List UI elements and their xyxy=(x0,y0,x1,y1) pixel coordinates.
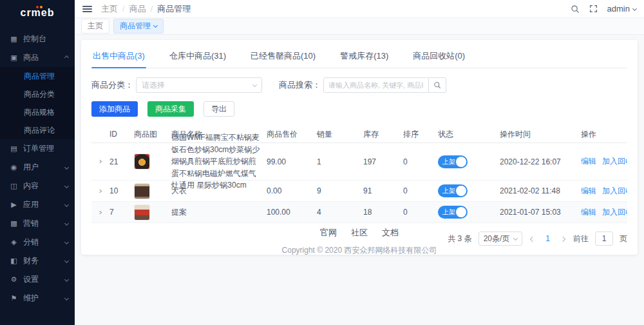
sidebar-item-label: 商品 xyxy=(23,52,39,63)
status-toggle[interactable]: 上架 xyxy=(438,155,468,168)
tab-in-warehouse[interactable]: 仓库中商品(31) xyxy=(168,48,227,68)
app-icon: ▶ xyxy=(9,201,19,209)
footer-link-official[interactable]: 官网 xyxy=(320,227,337,239)
chevron-down-icon xyxy=(64,277,69,282)
cell-name: 大衣 xyxy=(169,185,264,197)
tab-tag-home[interactable]: 主页 xyxy=(81,19,109,34)
sidebar-item-label: 商品管理 xyxy=(24,71,55,82)
chevron-down-icon xyxy=(64,296,69,300)
edit-link[interactable]: 编辑 xyxy=(581,156,596,167)
export-button[interactable]: 导出 xyxy=(204,101,234,117)
cell-sales: 9 xyxy=(314,186,361,195)
product-thumbnail[interactable] xyxy=(134,204,150,221)
chevron-down-icon xyxy=(64,202,69,207)
goods-status-tabs: 出售中商品(3) 仓库中商品(31) 已经售罄商品(10) 警戒库存(13) 商… xyxy=(91,48,627,68)
cell-sales: 4 xyxy=(314,208,361,217)
breadcrumb-home[interactable]: 主页 xyxy=(101,3,118,15)
toggle-knob xyxy=(456,157,466,167)
sidebar-item-settings[interactable]: ⚙ 设置 xyxy=(0,270,75,289)
sidebar-item-goods[interactable]: ▣ 商品 xyxy=(0,48,75,67)
sidebar-item-finance[interactable]: ◧ 财务 xyxy=(0,251,75,270)
sidebar-item-goods-manage[interactable]: 商品管理 xyxy=(0,67,75,85)
breadcrumb-separator: / xyxy=(122,4,125,14)
sidebar-item-marketing[interactable]: ▩ 营销 xyxy=(0,214,75,233)
cell-sales: 1 xyxy=(314,157,361,166)
header-actions: admin xyxy=(571,4,636,14)
search-icon[interactable] xyxy=(571,5,580,14)
main-content: 出售中商品(3) 仓库中商品(31) 已经售罄商品(10) 警戒库存(13) 商… xyxy=(75,35,644,325)
search-icon xyxy=(433,81,441,89)
recycle-link[interactable]: 加入回收站 xyxy=(602,156,627,167)
filter-row: 商品分类： 请选择 商品搜索： xyxy=(91,77,627,93)
sidebar-item-maintenance[interactable]: ⚑ 维护 xyxy=(0,289,75,308)
sidebar-item-distribution[interactable]: ◈ 分销 xyxy=(0,233,75,251)
hamburger-menu-icon[interactable] xyxy=(82,5,92,14)
cell-name: 德国WMF福腾宝不粘锅麦饭石色炒锅30cm炒菜锅少烟锅具煎锅平底煎炒锅煎蛋不粘锅… xyxy=(169,132,264,192)
tab-low-stock[interactable]: 警戒库存(13) xyxy=(339,48,390,68)
sidebar-item-dashboard[interactable]: ▦ 控制台 xyxy=(0,30,75,48)
chevron-down-icon xyxy=(64,240,69,244)
sidebar-item-content[interactable]: ◫ 内容 xyxy=(0,177,75,195)
logo-dot xyxy=(40,6,43,8)
tab-sold-out[interactable]: 已经售罄商品(10) xyxy=(249,48,317,68)
category-select[interactable]: 请选择 xyxy=(136,77,262,93)
sidebar-item-orders[interactable]: ▤ 订单管理 xyxy=(0,139,75,158)
sidebar-item-label: 应用 xyxy=(23,199,39,210)
goods-search-input[interactable] xyxy=(323,77,429,93)
footer-link-docs[interactable]: 文档 xyxy=(382,227,399,239)
goods-submenu: 商品管理 商品分类 商品规格 商品评论 xyxy=(0,67,75,139)
product-thumbnail[interactable] xyxy=(134,183,150,199)
sidebar-item-label: 用户 xyxy=(23,162,39,173)
status-toggle[interactable]: 上架 xyxy=(438,206,468,219)
sidebar-item-goods-review[interactable]: 商品评论 xyxy=(0,121,75,139)
top-header: 主页 / 商品 / 商品管理 admin xyxy=(75,0,644,18)
copyright-text: Copyright © 2020 西安众邦网络科技有限公司 xyxy=(75,245,644,256)
edit-link[interactable]: 编辑 xyxy=(581,207,596,218)
col-header-time: 操作时间 xyxy=(497,129,578,140)
product-thumbnail[interactable] xyxy=(134,153,150,170)
cell-stock: 197 xyxy=(361,157,401,166)
user-icon: ◉ xyxy=(9,163,19,172)
tab-on-sale[interactable]: 出售中商品(3) xyxy=(91,48,146,68)
tab-recycle-bin[interactable]: 商品回收站(0) xyxy=(412,48,466,68)
status-label: 上架 xyxy=(442,186,455,195)
cell-name: 提案 xyxy=(169,206,264,219)
footer-link-community[interactable]: 社区 xyxy=(351,227,368,239)
chevron-down-icon xyxy=(252,82,257,86)
edit-link[interactable]: 编辑 xyxy=(581,186,596,197)
tab-tag-goods-manage[interactable]: 商品管理 xyxy=(113,19,164,34)
tab-tag-label: 商品管理 xyxy=(120,21,151,32)
dashboard-icon: ▦ xyxy=(9,35,19,43)
goods-icon: ▣ xyxy=(9,54,19,62)
sidebar-item-users[interactable]: ◉ 用户 xyxy=(0,158,75,177)
breadcrumb: 主页 / 商品 / 商品管理 xyxy=(101,3,191,15)
cell-sort: 0 xyxy=(401,208,435,217)
expand-row-icon[interactable] xyxy=(97,211,101,214)
chevron-down-icon xyxy=(153,23,158,28)
breadcrumb-current: 商品管理 xyxy=(157,3,191,15)
sidebar-item-goods-spec[interactable]: 商品规格 xyxy=(0,103,75,121)
sidebar-item-apps[interactable]: ▶ 应用 xyxy=(0,195,75,214)
cell-time: 2020-12-22 16:07 xyxy=(497,157,578,166)
cell-sort: 0 xyxy=(401,157,435,166)
cell-time: 2021-02-02 11:48 xyxy=(497,186,578,195)
app-logo[interactable]: crmeb xyxy=(0,0,75,26)
add-goods-button[interactable]: 添加商品 xyxy=(91,101,138,117)
search-submit-button[interactable] xyxy=(429,77,446,93)
breadcrumb-goods[interactable]: 商品 xyxy=(129,3,146,15)
sidebar-item-label: 控制台 xyxy=(23,34,46,44)
fullscreen-icon[interactable] xyxy=(589,5,598,13)
user-menu[interactable]: admin xyxy=(607,4,636,14)
sidebar-item-label: 财务 xyxy=(23,255,39,266)
recycle-link[interactable]: 加入回收站 xyxy=(602,207,627,218)
status-toggle[interactable]: 上架 xyxy=(438,184,468,197)
footer-links: 官网 社区 文档 xyxy=(75,227,644,239)
collect-goods-button[interactable]: 商品采集 xyxy=(147,101,194,117)
expand-row-icon[interactable] xyxy=(97,190,101,193)
col-header-status: 状态 xyxy=(435,129,497,140)
sidebar-item-label: 分销 xyxy=(23,237,39,248)
expand-row-icon[interactable] xyxy=(97,160,101,163)
sidebar-item-goods-category[interactable]: 商品分类 xyxy=(0,85,75,103)
toggle-knob xyxy=(456,186,466,196)
recycle-link[interactable]: 加入回收站 xyxy=(602,186,627,197)
